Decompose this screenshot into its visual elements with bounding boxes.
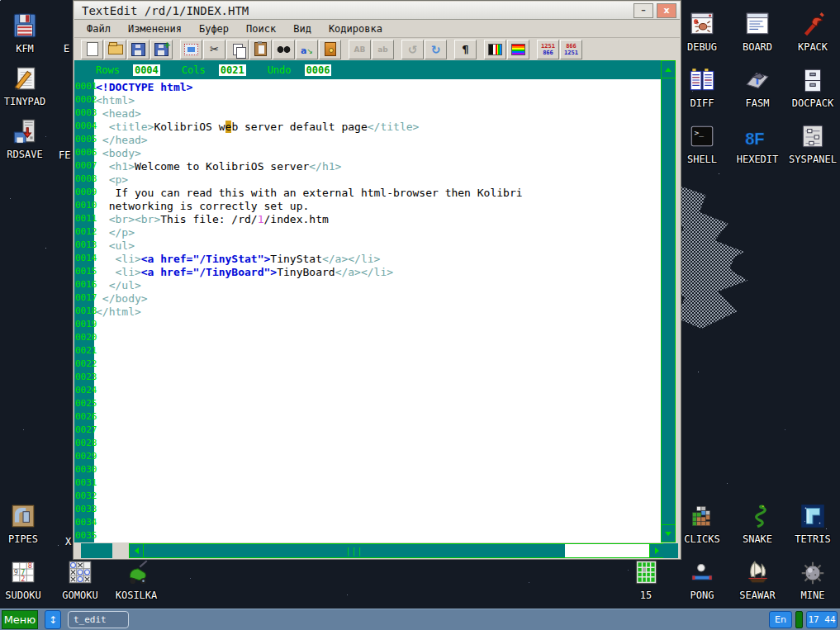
- cols-value: 0021: [219, 64, 246, 76]
- code-text[interactable]: <!DOCTYPE html><html> <head> <title>Koli…: [96, 79, 662, 542]
- desktop-icon-kpack[interactable]: KPACK: [783, 10, 840, 53]
- desktop-icon-rdsave[interactable]: RDSAVE: [0, 117, 55, 160]
- desktop-icon-kfm[interactable]: KFM: [0, 12, 55, 54]
- desktop-icon-tetris[interactable]: TETRIS: [783, 502, 840, 545]
- scroll-down-arrow[interactable]: [661, 524, 676, 542]
- line-number: 0021: [74, 345, 94, 358]
- find-icon: [277, 45, 291, 54]
- scroll-right-arrow[interactable]: [649, 544, 663, 557]
- horizontal-scrollbar[interactable]: |||: [129, 543, 664, 558]
- line-number: 0016: [74, 279, 94, 292]
- show-invisibles-icon: ¶: [462, 43, 468, 55]
- minimize-button[interactable]: –: [634, 3, 653, 18]
- undo-button[interactable]: ↺: [401, 40, 424, 59]
- select-all-button[interactable]: [180, 40, 202, 59]
- desktop-icon-mine[interactable]: MINE: [783, 558, 840, 601]
- desktop-icon-pong[interactable]: PONG: [672, 558, 732, 601]
- line-number: 0032: [74, 490, 94, 504]
- save-file-button[interactable]: [127, 40, 149, 59]
- uppercase-icon: AB: [354, 45, 366, 54]
- start-menu-button[interactable]: Меню: [2, 610, 38, 629]
- gomoku-icon: [66, 558, 94, 586]
- line-number: 0030: [74, 464, 94, 477]
- menu-item-0[interactable]: Файл: [87, 23, 111, 35]
- cut-button[interactable]: ✂: [203, 40, 225, 59]
- save-file-as-button[interactable]: +: [150, 40, 173, 59]
- up-triangle-icon: [665, 68, 672, 72]
- open-file-button[interactable]: [104, 40, 126, 59]
- cp866-to-cp1251-button[interactable]: 8661251: [560, 40, 582, 59]
- line-number: 0006: [74, 147, 94, 160]
- vertical-scrollbar[interactable]: [661, 60, 676, 542]
- line-number: 0002: [74, 94, 94, 107]
- edit-area[interactable]: 0001000200030004000500060007000800090010…: [74, 79, 662, 542]
- palette-button[interactable]: [507, 40, 529, 59]
- show-invisibles-button[interactable]: ¶: [454, 40, 477, 59]
- menu-item-5[interactable]: Кодировка: [329, 23, 382, 35]
- uppercase-button[interactable]: AB: [349, 40, 371, 59]
- desktop-icon-kosilka[interactable]: KOSILKA: [107, 558, 166, 601]
- line-number: 0029: [74, 451, 94, 464]
- menu-item-4[interactable]: Вид: [293, 23, 311, 35]
- desktop-icon-hexedit[interactable]: 8F HEXEDIT: [728, 122, 787, 165]
- scroll-up-arrow[interactable]: [661, 60, 676, 78]
- open-file-icon: [108, 45, 123, 54]
- desktop-icon-seawar[interactable]: SEAWAR: [728, 558, 787, 601]
- code-line: </p>: [96, 226, 662, 239]
- taskbar-task-tedit[interactable]: t_edit: [68, 611, 129, 628]
- window-title: TextEdit /rd/1/INDEX.HTM: [74, 4, 249, 17]
- paste-button[interactable]: [249, 40, 272, 59]
- menu-item-1[interactable]: Изменения: [128, 23, 182, 35]
- icon-label: RDSAVE: [0, 149, 55, 160]
- horizontal-scroll-thumb[interactable]: |||: [144, 544, 565, 557]
- paste-icon: [254, 42, 267, 56]
- vertical-scroll-thumb[interactable]: [661, 78, 676, 525]
- title-bar[interactable]: TextEdit /rd/1/INDEX.HTM – x: [74, 2, 680, 20]
- redo-button[interactable]: ↻: [425, 40, 447, 59]
- snake-icon: [743, 502, 771, 530]
- desktop-toggle-button[interactable]: ↕: [45, 610, 61, 629]
- replace-button[interactable]: [296, 40, 318, 59]
- bottom-bar: |||: [74, 542, 680, 559]
- cp1251-to-cp866-button[interactable]: 1251866: [537, 40, 559, 59]
- desktop-icon-tinypad[interactable]: TINYPAD: [0, 64, 55, 107]
- line-number: 0013: [74, 239, 94, 253]
- board-icon: [743, 10, 771, 38]
- line-number: 0035: [74, 530, 94, 542]
- textedit-window: TextEdit /rd/1/INDEX.HTM – x ФайлИзменен…: [73, 0, 681, 560]
- menu-item-3[interactable]: Поиск: [246, 23, 276, 35]
- desktop-icon-fasm[interactable]: FASM: [728, 66, 787, 109]
- line-number: 0031: [74, 477, 94, 490]
- desktop-icon-pipes[interactable]: PIPES: [0, 502, 53, 545]
- svg-text:2: 2: [21, 575, 25, 583]
- desktop-icon-sudoku[interactable]: 8972 SUDOKU: [0, 558, 53, 601]
- find-button[interactable]: [273, 40, 295, 59]
- keyboard-layout-button[interactable]: En: [769, 611, 792, 628]
- lowercase-button[interactable]: ab: [372, 40, 394, 59]
- color-scheme-key-button[interactable]: [319, 40, 341, 59]
- new-file-button[interactable]: [81, 40, 103, 59]
- line-number: 0025: [74, 398, 94, 411]
- undo-label: Undo: [268, 64, 292, 76]
- line-number: 0009: [74, 187, 94, 200]
- desktop-icon-syspanel[interactable]: SYSPANEL: [783, 122, 840, 165]
- desktop-icon-snake[interactable]: SNAKE: [728, 502, 787, 545]
- menu-item-2[interactable]: Буфер: [199, 23, 229, 35]
- desktop-icon-gomoku[interactable]: GOMOKU: [50, 558, 110, 601]
- syntax-highlight-button[interactable]: [484, 40, 506, 59]
- close-button[interactable]: x: [657, 3, 676, 18]
- line-number: 0004: [74, 121, 94, 134]
- kfm-icon: [11, 12, 39, 40]
- desktop-icon-p15[interactable]: 15: [616, 558, 676, 601]
- undo-value: 0006: [305, 64, 332, 76]
- scroll-left-arrow[interactable]: [130, 544, 144, 557]
- cp866-to-cp1251-icon: 8661251: [564, 43, 578, 56]
- cpu-indicator[interactable]: [795, 611, 803, 628]
- copy-button[interactable]: [226, 40, 249, 59]
- desktop-icon-board[interactable]: BOARD: [728, 10, 787, 53]
- undo-icon: ↺: [408, 44, 418, 55]
- clock[interactable]: 17 44: [806, 611, 838, 628]
- code-line: </ul>: [96, 279, 662, 292]
- icon-label: 15: [616, 590, 676, 601]
- desktop-icon-docpack[interactable]: DOCPACK: [783, 66, 840, 109]
